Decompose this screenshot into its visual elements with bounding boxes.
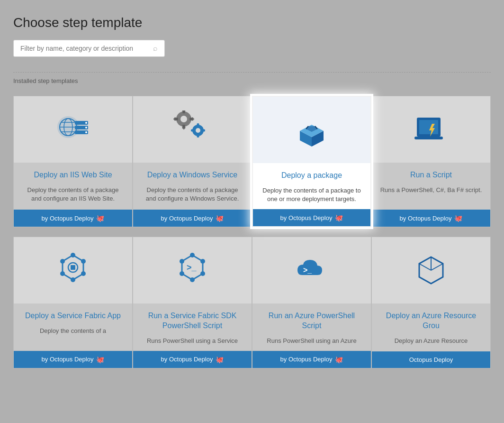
svg-point-51: [190, 277, 195, 282]
card-iis[interactable]: Deploy an IIS Web Site Deploy the conten…: [13, 96, 133, 227]
card-ar-desc: Deploy an Azure Resource: [387, 335, 476, 351]
svg-text:>_: >_: [187, 263, 197, 272]
svg-point-43: [81, 271, 86, 276]
svg-rect-25: [197, 135, 199, 138]
svg-point-13: [180, 116, 187, 122]
octopus-icon-sfs: 🐙: [216, 356, 224, 363]
service-fabric-icon: [54, 251, 92, 289]
octopus-icon-sf: 🐙: [96, 356, 104, 363]
svg-point-23: [196, 128, 200, 133]
page-container: Choose step template ⌕ Installed step te…: [0, 0, 504, 384]
card-ar-title: Deploy an Azure Resource Grou: [372, 303, 490, 335]
card-azure-resource[interactable]: Deploy an Azure Resource Grou Deploy an …: [371, 237, 491, 368]
card-package[interactable]: Deploy a package Deploy the contents of …: [252, 96, 371, 227]
azure-resource-icon: [412, 251, 450, 289]
gear-icon: [173, 110, 211, 148]
octopus-icon-pkg: 🐙: [335, 214, 343, 221]
octopus-icon-rs: 🐙: [454, 214, 462, 222]
page-title: Choose step template: [13, 15, 491, 30]
card-ar-icon-area: [372, 237, 490, 303]
svg-point-44: [71, 277, 75, 282]
card-sfs-icon-area: >_: [133, 237, 252, 303]
svg-rect-24: [197, 123, 199, 126]
search-input[interactable]: [20, 45, 153, 52]
svg-point-52: [180, 271, 184, 276]
card-rs-desc: Runs a PowerShell, C#, Ba F# script.: [373, 184, 490, 210]
svg-point-48: [190, 253, 195, 257]
svg-rect-40: [71, 265, 75, 270]
cards-grid-row2: Deploy a Service Fabric App Deploy the c…: [13, 237, 491, 368]
svg-point-11: [85, 131, 87, 133]
service-fabric-sdk-icon: >_: [173, 251, 211, 289]
card-pkg-title: Deploy a package: [274, 163, 350, 184]
card-sf-footer: by Octopus Deploy 🐙: [14, 351, 132, 368]
card-pkg-desc: Deploy the contents of a package to one …: [253, 184, 370, 209]
svg-point-46: [60, 259, 65, 264]
svg-text:>_: >_: [303, 266, 312, 274]
card-rs-footer: by Octopus Deploy 🐙: [372, 210, 490, 227]
card-ws-icon-area: [133, 96, 252, 163]
card-ws-title: Deploy a Windows Service: [140, 163, 245, 184]
card-iis-icon-area: [14, 96, 132, 163]
svg-point-41: [71, 253, 75, 257]
svg-point-10: [85, 127, 87, 129]
card-pkg-icon-area: [253, 97, 370, 163]
svg-rect-35: [419, 120, 438, 134]
card-ar-footer: Octopus Deploy: [372, 351, 490, 368]
card-windows-service[interactable]: Deploy a Windows Service Deploy the cont…: [133, 96, 252, 227]
svg-rect-36: [414, 137, 443, 139]
package-icon: [293, 111, 331, 149]
search-bar[interactable]: ⌕: [13, 40, 165, 57]
svg-point-53: [180, 259, 184, 264]
card-sfs-desc: Runs PowerShell using a Service: [139, 335, 245, 351]
card-service-fabric-sdk[interactable]: >_ Run a Service Fabric SDK PowerShell S…: [133, 237, 252, 368]
card-iis-footer: by Octopus Deploy 🐙: [14, 210, 132, 227]
svg-rect-26: [191, 129, 194, 132]
svg-point-50: [200, 271, 205, 276]
svg-point-49: [200, 259, 205, 264]
card-ap-footer: by Octopus Deploy 🐙: [252, 351, 371, 368]
card-sfs-title: Run a Service Fabric SDK PowerShell Scri…: [133, 303, 252, 335]
svg-point-9: [85, 122, 87, 124]
card-ap-title: Run an Azure PowerShell Script: [252, 303, 371, 335]
card-run-script[interactable]: Run a Script Runs a PowerShell, C#, Ba F…: [371, 96, 491, 227]
card-iis-title: Deploy an IIS Web Site: [26, 163, 119, 184]
svg-rect-27: [202, 129, 205, 132]
card-ws-desc: Deploy the contents of a package and con…: [133, 184, 252, 210]
azure-powershell-icon: >_: [293, 251, 331, 289]
svg-line-59: [419, 264, 431, 270]
card-sf-desc: Deploy the contents of a: [32, 325, 114, 351]
search-icon: ⌕: [153, 44, 158, 53]
card-sfs-footer: by Octopus Deploy 🐙: [133, 351, 252, 368]
card-pkg-footer: by Octopus Deploy 🐙: [253, 209, 370, 226]
section-label: Installed step templates: [13, 72, 491, 88]
card-azure-powershell[interactable]: >_ Run an Azure PowerShell Script Runs P…: [252, 237, 371, 368]
card-sf-title: Deploy a Service Fabric App: [18, 303, 128, 325]
octopus-icon-ap: 🐙: [335, 356, 343, 363]
card-rs-icon-area: [372, 96, 490, 163]
script-icon: [412, 110, 450, 148]
card-service-fabric[interactable]: Deploy a Service Fabric App Deploy the c…: [13, 237, 133, 368]
cards-grid-row1: Deploy an IIS Web Site Deploy the conten…: [13, 96, 491, 227]
card-ap-icon-area: >_: [252, 237, 371, 303]
octopus-icon-ws: 🐙: [216, 214, 224, 222]
card-ws-footer: by Octopus Deploy 🐙: [133, 210, 252, 227]
svg-point-45: [60, 271, 65, 276]
iis-icon: [54, 110, 92, 148]
svg-point-42: [81, 259, 86, 264]
octopus-icon: 🐙: [96, 214, 104, 222]
card-ap-desc: Runs PowerShell using an Azure: [259, 335, 364, 351]
card-rs-title: Run a Script: [403, 163, 459, 184]
card-sf-icon-area: [14, 237, 132, 303]
svg-line-58: [431, 264, 443, 270]
card-iis-desc: Deploy the contents of a package and con…: [14, 184, 132, 210]
